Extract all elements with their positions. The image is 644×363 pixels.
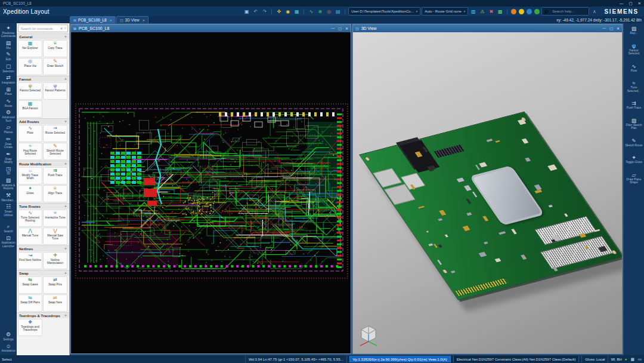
plow-icon[interactable]: ≋ bbox=[316, 8, 324, 15]
monitor-icon[interactable]: ▭ bbox=[638, 357, 642, 362]
command-copy-trace[interactable]: ≡Copy Trace bbox=[43, 40, 67, 57]
via-icon[interactable]: ◎ bbox=[325, 8, 333, 15]
section-expand-icon[interactable]: + bbox=[64, 77, 67, 81]
panel-grid-icon[interactable]: ▦ bbox=[631, 357, 634, 362]
sidebar-item-application-launcher[interactable]: ⊡Application Launcher bbox=[0, 235, 17, 250]
section-header-swap[interactable]: Swap+ bbox=[17, 270, 69, 276]
section-expand-icon[interactable]: + bbox=[64, 162, 67, 166]
sidebar-item-settings[interactable]: ⚙Settings bbox=[0, 331, 17, 342]
app-close-button[interactable]: ✕ bbox=[638, 1, 641, 6]
status-yellow-button[interactable] bbox=[519, 9, 524, 14]
sidebar-item-predictive-commands[interactable]: ✦Predictive Commands bbox=[0, 24, 17, 39]
pcb-design-canvas[interactable] bbox=[71, 32, 351, 353]
select-filter-icon[interactable]: ▦ bbox=[293, 8, 301, 15]
tab-pcb-layout[interactable]: ⊞ PCB_SC100_L8 ✕ bbox=[70, 16, 116, 23]
user-path-dropdown[interactable]: User:D:\Templates\Tools\XpeditionCo... ▾ bbox=[348, 7, 420, 16]
command-modify-trace-width[interactable]: ↔Modify Trace Width bbox=[18, 167, 42, 184]
command-search-input[interactable] bbox=[20, 26, 59, 31]
delete-icon[interactable]: ✖ bbox=[487, 8, 495, 15]
window-maximize-button[interactable]: ▢ bbox=[338, 26, 342, 30]
section-expand-icon[interactable]: + bbox=[64, 247, 67, 251]
command-manual-tune[interactable]: ⋀Manual Tune bbox=[18, 227, 42, 245]
window-close-button[interactable]: ✕ bbox=[345, 26, 348, 30]
sidebar-item-file[interactable]: ▤File bbox=[0, 39, 17, 51]
pcb-2d-window-titlebar[interactable]: ⊞ PCB_SC100_L8 — ▢ ✕ bbox=[71, 24, 351, 32]
help-search-input[interactable] bbox=[551, 9, 587, 14]
command-teardrops-tracedrops[interactable]: ❖Teardrops and Tracedrops bbox=[18, 319, 42, 336]
section-header-fanout[interactable]: Fanout+ bbox=[17, 76, 69, 82]
right-rail-filter-sketch-plan[interactable]: ▨Filter Sketch Plan bbox=[624, 118, 644, 130]
sidebar-item-smart-utilities[interactable]: ☷Smart Utilities bbox=[0, 203, 17, 218]
right-rail-sketch-route[interactable]: ✎Sketch Route bbox=[624, 138, 644, 147]
section-expand-icon[interactable]: + bbox=[64, 271, 67, 275]
section-expand-icon[interactable]: + bbox=[64, 204, 67, 208]
app-minimize-button[interactable]: — bbox=[620, 1, 624, 6]
command-place-via[interactable]: ◎Place Via bbox=[18, 58, 42, 75]
section-header-tune-routes[interactable]: Tune Routes+ bbox=[17, 203, 69, 209]
command-hug-route-selected[interactable]: ≈Hug Route Selected bbox=[18, 143, 42, 160]
view-3d-window-titlebar[interactable]: ◳ 3D View — ▢ ✕ bbox=[353, 24, 622, 32]
section-header-teardrops[interactable]: Teardrops & Tracedrops+ bbox=[17, 312, 69, 318]
command-fanout-patterns[interactable]: ψFanout Patterns bbox=[43, 82, 67, 100]
tab-close-icon[interactable]: ✕ bbox=[110, 19, 112, 22]
pin-icon[interactable]: ✜ bbox=[275, 8, 283, 15]
sidebar-item-route[interactable]: ∿Route bbox=[0, 97, 17, 109]
status-blue-button[interactable] bbox=[527, 9, 532, 14]
command-sketch-route-selected[interactable]: ✎Sketch Route Selected bbox=[43, 143, 67, 160]
tab-close-icon[interactable]: ✕ bbox=[143, 19, 145, 22]
command-route-selected[interactable]: ⇝Route Selected bbox=[43, 125, 67, 142]
status-orange-button[interactable] bbox=[511, 9, 516, 14]
layers-icon[interactable]: ▤ bbox=[334, 8, 342, 15]
right-rail-toggle-gloss[interactable]: ✦Toggle Gloss bbox=[624, 155, 644, 164]
command-swap-diff-pairs[interactable]: ⇋Swap Diff Pairs bbox=[18, 294, 42, 312]
section-expand-icon[interactable]: + bbox=[64, 313, 67, 318]
right-rail-push-trace[interactable]: ⇉Push Trace bbox=[624, 100, 644, 110]
gloss-mode[interactable]: Gloss: Local bbox=[581, 356, 608, 362]
lock-icon[interactable]: ◉ bbox=[284, 8, 292, 15]
sidebar-item-search[interactable]: ⌕Search bbox=[0, 223, 17, 234]
command-push-trace[interactable]: ⇉Push Trace bbox=[43, 167, 67, 184]
sidebar-item-analysis-reports[interactable]: ▧Analysis & Reports bbox=[0, 177, 17, 192]
tab-3d-view[interactable]: ◳ 3D View ✕ bbox=[116, 16, 148, 23]
window-close-button[interactable]: ✕ bbox=[617, 26, 620, 30]
section-header-netlines[interactable]: Netlines+ bbox=[17, 245, 69, 251]
save-icon[interactable]: ▣ bbox=[243, 8, 250, 15]
command-swap-pins[interactable]: ⇄Swap Pins bbox=[43, 276, 67, 294]
right-rail-fanout-selected[interactable]: ψFanout Selected bbox=[624, 43, 644, 56]
command-net-explorer[interactable]: ▦Net Explorer bbox=[18, 40, 42, 57]
route-grid-dropdown[interactable]: Auto - Route Grid none ▾ bbox=[422, 7, 468, 16]
section-expand-icon[interactable]: + bbox=[64, 119, 67, 124]
command-draw-sketch[interactable]: ✎Draw Sketch bbox=[43, 58, 67, 75]
command-netline-manipulation[interactable]: ✛Netline Manipulation bbox=[43, 252, 67, 269]
window-minimize-button[interactable]: — bbox=[331, 26, 335, 30]
warning-icon[interactable]: ⚠ bbox=[478, 8, 486, 15]
display-control-icon[interactable]: ▥ bbox=[469, 8, 477, 15]
sidebar-item-place[interactable]: ⊞Place bbox=[0, 86, 17, 97]
view-3d-canvas[interactable] bbox=[353, 32, 622, 353]
command-tune-selected-routing[interactable]: ∿Tune Selected Routing bbox=[18, 210, 42, 227]
command-manual-saw-tune[interactable]: ⋁Manual Saw Tune bbox=[43, 227, 67, 245]
right-rail-reports[interactable]: ▧Rep... bbox=[624, 26, 644, 35]
status-green-button[interactable] bbox=[534, 9, 540, 14]
app-maximize-button[interactable]: ▢ bbox=[628, 1, 632, 6]
command-fanout-selected[interactable]: ψFanout Selected bbox=[18, 82, 42, 100]
undo-icon[interactable]: ↶ bbox=[252, 8, 259, 15]
command-swap-gates[interactable]: ⇆Swap Gates bbox=[18, 276, 42, 294]
collapse-ribbon-icon[interactable]: ∧ bbox=[590, 8, 598, 15]
orientation-cube[interactable] bbox=[358, 322, 379, 347]
sidebar-item-advanced-tech[interactable]: ⚙Advanced Tech bbox=[0, 109, 17, 124]
section-header-add-routes[interactable]: Add Routes+ bbox=[17, 118, 69, 124]
window-maximize-button[interactable]: ▢ bbox=[609, 26, 613, 30]
sidebar-item-selection[interactable]: ▢Selection bbox=[0, 63, 17, 74]
right-rail-tune-selected[interactable]: ≈Tune Selected... bbox=[624, 80, 644, 93]
window-minimize-button[interactable]: — bbox=[602, 26, 606, 30]
sidebar-item-planes[interactable]: ▱Planes bbox=[0, 124, 17, 135]
sidebar-item-3d[interactable]: ◳3D bbox=[0, 165, 17, 177]
section-header-route-modification[interactable]: Route Modification+ bbox=[17, 161, 69, 167]
grid-toggle-icon[interactable]: ▩ bbox=[496, 8, 504, 15]
sidebar-item-draw-create[interactable]: ✏Draw Create bbox=[0, 136, 17, 150]
command-find-next-netline[interactable]: ↝Find Next Netline bbox=[18, 252, 42, 269]
sidebar-item-assistance[interactable]: ☺Assistance bbox=[0, 343, 17, 354]
command-gloss[interactable]: ✦Gloss bbox=[18, 185, 42, 202]
sidebar-item-draw-modify[interactable]: ✒Draw Modify bbox=[0, 150, 17, 165]
